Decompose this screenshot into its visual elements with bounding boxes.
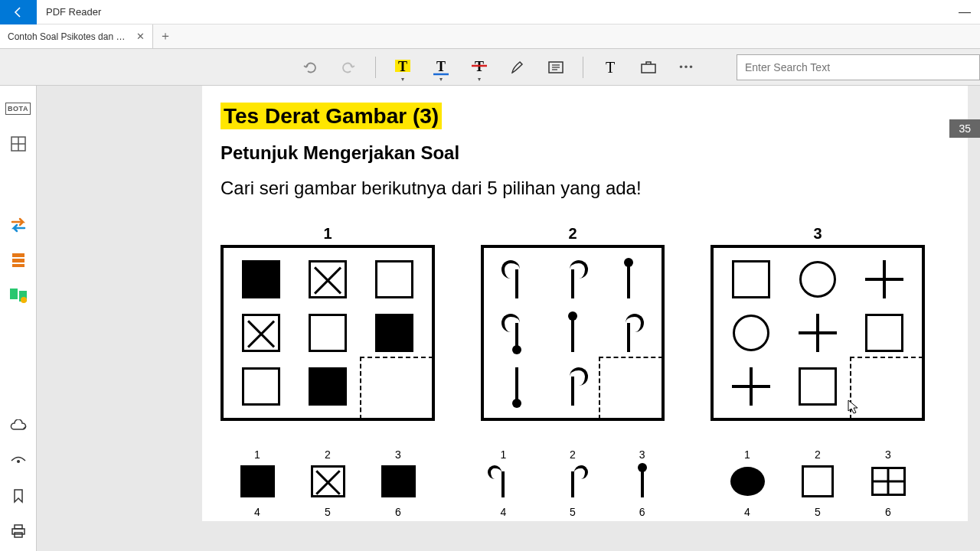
choice-num: 1 [254, 448, 260, 461]
add-tab-button[interactable]: ＋ [153, 24, 178, 48]
page-counter[interactable]: 35 [949, 119, 980, 138]
puzzle-number: 3 [813, 225, 822, 243]
svg-text:T: T [436, 59, 446, 74]
bota-icon: BOTA [5, 103, 31, 115]
bookmark-icon [12, 488, 24, 504]
doc-subheading: Petunjuk Mengerjakan Soal [220, 142, 949, 164]
choice-num: 4 [744, 506, 750, 518]
caret-icon: ▾ [401, 76, 404, 83]
ink-button[interactable] [498, 49, 537, 86]
choice-num: 4 [500, 506, 506, 518]
x-square-icon [309, 260, 347, 298]
redo-button[interactable] [329, 49, 368, 86]
x-square-icon [242, 314, 280, 352]
view-button[interactable] [3, 445, 34, 476]
choice-num: 5 [570, 506, 576, 518]
arrow-left-icon [12, 6, 24, 18]
pdf-page: Tes Derat Gambar (3) Petunjuk Mengerjaka… [202, 86, 968, 521]
empty-square-icon [309, 314, 347, 352]
svg-rect-15 [12, 253, 24, 257]
empty-square-icon [242, 367, 280, 406]
redo-icon [340, 59, 357, 76]
choices-1: 1 2 3 [220, 448, 435, 498]
x-square-filled-icon [381, 465, 416, 497]
svg-rect-18 [10, 289, 18, 299]
choice-num: 4 [254, 506, 260, 518]
eye-icon [10, 455, 27, 466]
toolbar: T ▾ T ▾ T ▾ T ••• [0, 49, 980, 86]
choice-num: 5 [325, 506, 331, 518]
choice-num: 3 [885, 448, 891, 461]
caret-icon: ▾ [439, 76, 443, 83]
svg-rect-17 [12, 264, 24, 267]
choice-num: 2 [815, 448, 821, 461]
compare-button[interactable] [3, 280, 34, 311]
choice-num: 2 [325, 448, 331, 461]
puzzle-3: 3 [710, 245, 925, 421]
choice-num: 3 [395, 448, 401, 461]
back-button[interactable] [0, 0, 37, 24]
svg-text:T: T [398, 59, 407, 74]
separator [375, 57, 376, 78]
hook-icon [561, 260, 584, 298]
svg-point-20 [21, 297, 27, 303]
choice-num: 5 [815, 506, 821, 518]
undo-button[interactable] [291, 49, 329, 86]
document-area[interactable]: 35 Tes Derat Gambar (3) Petunjuk Mengerj… [37, 86, 980, 551]
circle-icon [799, 261, 836, 298]
filled-square-icon [242, 260, 280, 298]
choices-row: 1 2 3 1 2 3 1 2 3 [220, 448, 949, 498]
x-square-icon [311, 465, 345, 497]
choices-3: 1 2 3 [710, 448, 925, 498]
choice-num: 6 [885, 506, 891, 518]
close-tab-button[interactable]: ✕ [136, 31, 145, 42]
puzzle-number: 1 [323, 225, 332, 243]
line-icon [617, 260, 640, 298]
text-button[interactable]: T [591, 49, 629, 86]
puzzle-frame [220, 245, 435, 421]
svg-rect-24 [15, 533, 22, 537]
empty-square-icon [732, 260, 770, 298]
doc-instruction: Cari seri gambar berikutnya dari 5 pilih… [220, 178, 949, 199]
highlight-button[interactable]: T ▾ [384, 49, 422, 86]
search-input[interactable] [737, 54, 980, 80]
svg-point-21 [17, 460, 20, 463]
underline-button[interactable]: T ▾ [422, 49, 460, 86]
choice-num: 6 [639, 506, 645, 518]
briefcase-icon [640, 60, 657, 74]
plus-icon [865, 260, 903, 298]
choice-num: 1 [500, 448, 506, 461]
bookmark-button[interactable] [3, 481, 34, 511]
cloud-button[interactable] [3, 410, 34, 441]
tab-label: Contoh Soal Psikotes dan Jawab... [8, 31, 129, 42]
puzzle-number: 2 [568, 225, 577, 243]
hook-icon [561, 367, 584, 406]
choices-3b: 4 5 6 [710, 506, 925, 521]
swap-arrows-icon [9, 217, 28, 233]
minimize-button[interactable]: — [949, 5, 980, 19]
choices-row-2: 4 5 6 4 5 6 4 5 6 [220, 506, 949, 521]
choice-num: 1 [744, 448, 750, 461]
swap-button[interactable] [3, 210, 34, 240]
puzzle-frame [710, 245, 925, 421]
strikethrough-button[interactable]: T ▾ [460, 49, 498, 86]
doc-heading: Tes Derat Gambar (3) [220, 103, 442, 129]
svg-rect-16 [12, 259, 24, 262]
left-sidebar: BOTA [0, 86, 37, 551]
layers-button[interactable] [3, 245, 34, 276]
note-button[interactable] [537, 49, 575, 86]
stamp-button[interactable] [629, 49, 668, 86]
puzzle-1: 1 [220, 245, 435, 421]
bota-button[interactable]: BOTA [3, 93, 34, 124]
puzzle-2: 2 [481, 245, 665, 421]
hook-icon [617, 314, 640, 352]
more-button[interactable]: ••• [668, 49, 706, 86]
caret-icon: ▾ [478, 76, 481, 83]
undo-icon [302, 59, 318, 76]
choice-num: 3 [639, 448, 645, 461]
document-tab[interactable]: Contoh Soal Psikotes dan Jawab... ✕ [0, 24, 153, 48]
print-button[interactable] [3, 516, 34, 546]
filled-square-icon [240, 465, 275, 497]
grid-view-button[interactable] [3, 129, 34, 159]
pages-icon [8, 287, 28, 304]
